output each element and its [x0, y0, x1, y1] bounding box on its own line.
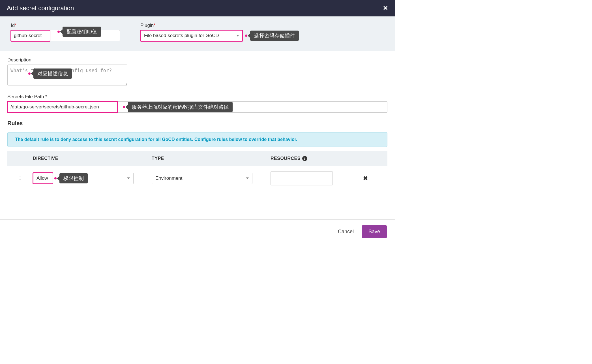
annotation-dot-icon	[123, 106, 125, 108]
description-label: Description	[7, 57, 387, 63]
chevron-down-icon	[246, 177, 249, 179]
drag-handle-icon[interactable]: ⠿	[7, 176, 33, 181]
directive-select[interactable]: Allow	[33, 173, 53, 184]
modal-title: Add secret configuration	[7, 5, 74, 12]
annotation-dot-icon	[245, 35, 247, 37]
plugin-select[interactable]: File based secrets plugin for GoCD	[140, 30, 243, 41]
plugin-annotation: 选择密码存储插件	[245, 31, 299, 41]
add-secret-config-modal: Add secret configuration ✕ Id* 配置秘钥ID值	[0, 0, 395, 244]
modal-body: Id* 配置秘钥ID值 Plugin*	[0, 16, 395, 219]
annotation-dot-icon	[28, 72, 31, 75]
id-label-text: Id	[11, 23, 15, 28]
secrets-file-path-annotation-label: 服务器上面对应的密码数据库文件绝对路径	[128, 102, 233, 112]
type-selected-value: Environment	[155, 175, 182, 181]
secrets-file-path-label: Secrets File Path:*	[7, 94, 387, 100]
top-section: Id* 配置秘钥ID值 Plugin*	[0, 16, 395, 51]
save-button[interactable]: Save	[362, 225, 387, 238]
rules-heading: Rules	[7, 120, 387, 127]
column-header-directive: DIRECTIVE	[33, 156, 152, 161]
id-annotation: 配置秘钥ID值	[57, 27, 101, 37]
rules-table: DIRECTIVE TYPE RESOURCES i ⠿ Allow	[7, 151, 387, 194]
delete-row-icon[interactable]: ✖	[355, 175, 375, 182]
chevron-down-icon	[127, 177, 130, 179]
table-row: ⠿ Allow 权限控制	[7, 166, 387, 194]
modal-footer: Cancel Save	[0, 219, 395, 244]
secrets-file-path-field-group: Secrets File Path:* 服务器上面对应的密码数据库文件绝对路径	[7, 94, 387, 113]
annotation-dot-icon	[57, 31, 60, 33]
id-input[interactable]	[11, 30, 50, 41]
rules-info-banner: The default rule is to deny access to th…	[7, 132, 387, 147]
description-annotation-label: 对应描述信息	[33, 68, 72, 79]
plugin-label: Plugin*	[140, 23, 299, 28]
info-icon[interactable]: i	[302, 156, 307, 161]
secrets-file-path-input[interactable]	[7, 101, 118, 113]
directive-annotation-label: 权限控制	[59, 173, 88, 183]
main-section: Description 对应描述信息 Secrets File Path:* 服…	[0, 51, 395, 202]
secrets-file-path-annotation: 服务器上面对应的密码数据库文件绝对路径	[123, 102, 233, 112]
plugin-selected-value: File based secrets plugin for GoCD	[144, 33, 219, 38]
close-icon[interactable]: ✕	[383, 5, 388, 12]
type-select[interactable]: Environment	[152, 173, 252, 184]
cancel-button[interactable]: Cancel	[338, 229, 354, 235]
id-field-group: Id* 配置秘钥ID值	[11, 23, 120, 41]
plugin-required-mark: *	[154, 23, 156, 28]
modal-header: Add secret configuration ✕	[0, 0, 395, 16]
chevron-down-icon	[236, 35, 239, 37]
directive-selected-value: Allow	[37, 175, 48, 181]
annotation-dot-icon	[54, 177, 57, 179]
id-annotation-label: 配置秘钥ID值	[63, 27, 101, 37]
id-required-mark: *	[15, 23, 17, 28]
resource-input[interactable]	[271, 171, 333, 185]
column-header-resources: RESOURCES i	[271, 156, 355, 161]
directive-annotation: 权限控制	[54, 173, 88, 183]
plugin-label-text: Plugin	[140, 23, 154, 28]
plugin-annotation-label: 选择密码存储插件	[250, 31, 299, 41]
column-header-resources-text: RESOURCES	[271, 156, 301, 161]
plugin-field-group: Plugin* File based secrets plugin for Go…	[140, 23, 299, 41]
column-header-type: TYPE	[152, 156, 271, 161]
description-annotation: 对应描述信息	[28, 68, 72, 79]
rules-table-header: DIRECTIVE TYPE RESOURCES i	[7, 151, 387, 166]
